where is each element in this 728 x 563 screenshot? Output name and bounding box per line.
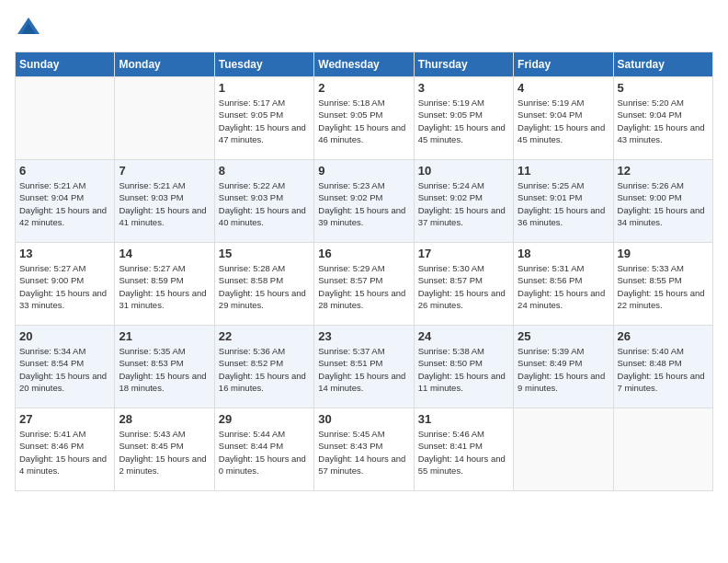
calendar-cell: 28 Sunrise: 5:43 AM Sunset: 8:45 PM Dayl… (115, 408, 214, 491)
day-info: Sunrise: 5:38 AM Sunset: 8:50 PM Dayligh… (418, 345, 509, 394)
sunrise-text: Sunrise: 5:35 AM (119, 346, 185, 356)
sunrise-text: Sunrise: 5:41 AM (19, 429, 85, 439)
day-info: Sunrise: 5:46 AM Sunset: 8:41 PM Dayligh… (418, 428, 509, 477)
calendar-cell (613, 408, 712, 491)
calendar-week-row: 6 Sunrise: 5:21 AM Sunset: 9:04 PM Dayli… (16, 160, 713, 243)
sunset-text: Sunset: 9:04 PM (518, 109, 582, 120)
daylight-text: Daylight: 15 hours and 47 minutes. (219, 122, 306, 144)
calendar-cell: 4 Sunrise: 5:19 AM Sunset: 9:04 PM Dayli… (514, 77, 613, 160)
sunset-text: Sunset: 8:48 PM (618, 358, 682, 368)
daylight-text: Daylight: 15 hours and 18 minutes. (119, 371, 206, 393)
sunset-text: Sunset: 8:46 PM (19, 441, 84, 451)
logo-icon (15, 15, 42, 42)
calendar-cell: 3 Sunrise: 5:19 AM Sunset: 9:05 PM Dayli… (414, 77, 513, 160)
calendar-cell: 6 Sunrise: 5:21 AM Sunset: 9:04 PM Dayli… (16, 160, 115, 243)
day-number: 17 (418, 247, 509, 260)
sunrise-text: Sunrise: 5:27 AM (19, 263, 85, 273)
day-number: 30 (318, 412, 409, 426)
calendar-cell (115, 77, 214, 160)
daylight-text: Daylight: 14 hours and 55 minutes. (418, 454, 506, 476)
sunset-text: Sunset: 9:04 PM (618, 109, 682, 120)
day-number: 23 (318, 329, 409, 343)
daylight-text: Daylight: 15 hours and 42 minutes. (19, 205, 107, 227)
daylight-text: Daylight: 15 hours and 2 minutes. (119, 454, 206, 476)
sunrise-text: Sunrise: 5:19 AM (518, 98, 584, 108)
day-number: 7 (119, 164, 210, 178)
sunrise-text: Sunrise: 5:39 AM (518, 346, 584, 356)
day-info: Sunrise: 5:17 AM Sunset: 9:05 PM Dayligh… (219, 97, 310, 145)
logo (15, 15, 44, 42)
day-info: Sunrise: 5:36 AM Sunset: 8:52 PM Dayligh… (219, 345, 310, 394)
calendar-cell: 2 Sunrise: 5:18 AM Sunset: 9:05 PM Dayli… (314, 77, 414, 160)
day-info: Sunrise: 5:29 AM Sunset: 8:57 PM Dayligh… (318, 262, 409, 311)
day-info: Sunrise: 5:41 AM Sunset: 8:46 PM Dayligh… (19, 428, 110, 477)
daylight-text: Daylight: 15 hours and 28 minutes. (318, 288, 405, 310)
calendar-cell: 16 Sunrise: 5:29 AM Sunset: 8:57 PM Dayl… (314, 243, 414, 326)
daylight-text: Daylight: 15 hours and 11 minutes. (418, 371, 506, 393)
sunset-text: Sunset: 8:57 PM (318, 275, 382, 285)
day-info: Sunrise: 5:26 AM Sunset: 9:00 PM Dayligh… (618, 179, 709, 228)
calendar-header-sunday: Sunday (16, 52, 115, 77)
sunrise-text: Sunrise: 5:18 AM (318, 98, 384, 108)
day-number: 28 (119, 412, 210, 426)
sunrise-text: Sunrise: 5:26 AM (618, 180, 684, 190)
sunrise-text: Sunrise: 5:34 AM (19, 346, 85, 356)
sunrise-text: Sunrise: 5:31 AM (518, 263, 584, 273)
calendar-header-row: SundayMondayTuesdayWednesdayThursdayFrid… (16, 52, 713, 77)
daylight-text: Daylight: 15 hours and 31 minutes. (119, 288, 206, 310)
sunrise-text: Sunrise: 5:45 AM (318, 429, 384, 439)
calendar-table: SundayMondayTuesdayWednesdayThursdayFrid… (15, 52, 713, 491)
day-info: Sunrise: 5:44 AM Sunset: 8:44 PM Dayligh… (219, 428, 310, 477)
sunrise-text: Sunrise: 5:43 AM (119, 429, 185, 439)
sunset-text: Sunset: 8:58 PM (219, 275, 283, 285)
daylight-text: Daylight: 15 hours and 22 minutes. (618, 288, 705, 310)
sunset-text: Sunset: 8:55 PM (618, 275, 682, 285)
sunrise-text: Sunrise: 5:17 AM (219, 98, 285, 108)
day-info: Sunrise: 5:27 AM Sunset: 8:59 PM Dayligh… (119, 262, 210, 311)
calendar-cell: 20 Sunrise: 5:34 AM Sunset: 8:54 PM Dayl… (16, 326, 115, 408)
daylight-text: Daylight: 15 hours and 29 minutes. (219, 288, 306, 310)
sunset-text: Sunset: 9:02 PM (418, 192, 483, 202)
sunset-text: Sunset: 8:44 PM (219, 441, 283, 451)
calendar-header-thursday: Thursday (414, 52, 513, 77)
calendar-header-friday: Friday (514, 52, 613, 77)
sunset-text: Sunset: 8:53 PM (119, 358, 183, 368)
sunset-text: Sunset: 9:00 PM (618, 192, 682, 202)
calendar-header-tuesday: Tuesday (214, 52, 313, 77)
daylight-text: Daylight: 15 hours and 39 minutes. (318, 205, 405, 227)
page-header (15, 15, 713, 42)
calendar-header-wednesday: Wednesday (314, 52, 414, 77)
calendar-week-row: 20 Sunrise: 5:34 AM Sunset: 8:54 PM Dayl… (16, 326, 713, 408)
daylight-text: Daylight: 15 hours and 16 minutes. (219, 371, 306, 393)
daylight-text: Daylight: 15 hours and 36 minutes. (518, 205, 605, 227)
daylight-text: Daylight: 15 hours and 26 minutes. (418, 288, 506, 310)
daylight-text: Daylight: 15 hours and 45 minutes. (518, 122, 605, 144)
day-number: 31 (418, 412, 509, 426)
daylight-text: Daylight: 15 hours and 24 minutes. (518, 288, 605, 310)
sunrise-text: Sunrise: 5:28 AM (219, 263, 285, 273)
day-number: 1 (219, 81, 310, 95)
daylight-text: Daylight: 15 hours and 14 minutes. (318, 371, 405, 393)
daylight-text: Daylight: 15 hours and 33 minutes. (19, 288, 107, 310)
day-number: 11 (518, 164, 609, 178)
day-info: Sunrise: 5:30 AM Sunset: 8:57 PM Dayligh… (418, 262, 509, 311)
calendar-cell: 10 Sunrise: 5:24 AM Sunset: 9:02 PM Dayl… (414, 160, 513, 243)
calendar-cell: 25 Sunrise: 5:39 AM Sunset: 8:49 PM Dayl… (514, 326, 613, 408)
sunset-text: Sunset: 8:50 PM (418, 358, 483, 368)
day-number: 24 (418, 329, 509, 343)
calendar-cell: 23 Sunrise: 5:37 AM Sunset: 8:51 PM Dayl… (314, 326, 414, 408)
sunrise-text: Sunrise: 5:40 AM (618, 346, 684, 356)
day-info: Sunrise: 5:27 AM Sunset: 9:00 PM Dayligh… (19, 262, 110, 311)
sunset-text: Sunset: 9:05 PM (219, 109, 283, 120)
sunrise-text: Sunrise: 5:23 AM (318, 180, 384, 190)
day-number: 8 (219, 164, 310, 178)
calendar-cell: 15 Sunrise: 5:28 AM Sunset: 8:58 PM Dayl… (214, 243, 313, 326)
calendar-week-row: 1 Sunrise: 5:17 AM Sunset: 9:05 PM Dayli… (16, 77, 713, 160)
calendar-cell: 30 Sunrise: 5:45 AM Sunset: 8:43 PM Dayl… (314, 408, 414, 491)
day-info: Sunrise: 5:34 AM Sunset: 8:54 PM Dayligh… (19, 345, 110, 394)
day-info: Sunrise: 5:18 AM Sunset: 9:05 PM Dayligh… (318, 97, 409, 145)
day-number: 4 (518, 81, 609, 95)
calendar-header-monday: Monday (115, 52, 214, 77)
sunrise-text: Sunrise: 5:30 AM (418, 263, 484, 273)
calendar-cell: 14 Sunrise: 5:27 AM Sunset: 8:59 PM Dayl… (115, 243, 214, 326)
